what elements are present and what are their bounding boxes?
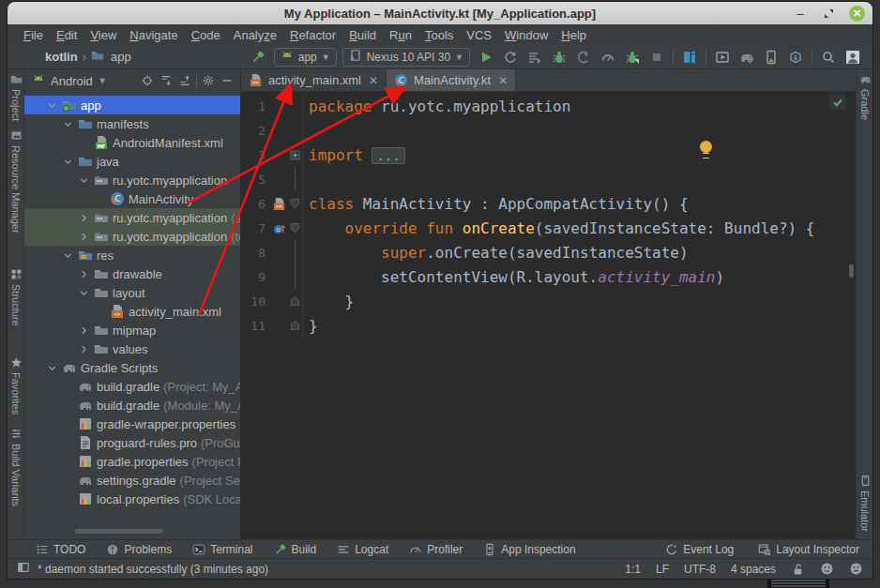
tree-item-androidmanifest-xml[interactable]: MFAndroidManifest.xml xyxy=(24,133,240,152)
toolwindow-logcat[interactable]: Logcat xyxy=(337,543,388,556)
tree-item-gradle-properties[interactable]: gradle.properties(Project Pr xyxy=(24,452,240,471)
minimize-button[interactable]: – xyxy=(793,6,808,21)
build-button[interactable] xyxy=(248,47,268,68)
stop-button[interactable] xyxy=(646,47,667,68)
tool-strip-gradle[interactable]: Gradle xyxy=(857,73,873,120)
toolwindow-terminal[interactable]: Terminal xyxy=(192,543,252,556)
debug-button[interactable] xyxy=(549,47,569,68)
code-line-9[interactable]: 9 setContentView(R.layout.activity_main) xyxy=(241,264,856,289)
rerun-button[interactable] xyxy=(500,47,521,68)
editor-scrollbar[interactable] xyxy=(849,264,854,278)
status-encoding[interactable]: UTF-8 xyxy=(684,563,716,576)
tool-strip-emulator[interactable]: Emulator xyxy=(857,475,873,532)
chevron-right-icon[interactable] xyxy=(78,268,90,280)
close-button[interactable]: ✕ xyxy=(849,6,865,22)
override-method-gutter-icon[interactable]: o xyxy=(269,221,288,235)
menu-file[interactable]: File xyxy=(17,28,50,42)
run-button[interactable] xyxy=(476,47,496,68)
tree-item-activity-main-xml[interactable]: <>activity_main.xml xyxy=(24,302,240,321)
tool-strip-favorites[interactable]: Favorites xyxy=(8,356,24,415)
tree-item-values[interactable]: values xyxy=(24,339,240,358)
attach-debugger-button[interactable] xyxy=(622,47,643,68)
fold-marker[interactable] xyxy=(288,143,303,167)
tree-item-gradle-scripts[interactable]: Gradle Scripts xyxy=(24,358,240,377)
tree-item-res[interactable]: res xyxy=(24,246,240,264)
tool-strip-build-variants[interactable]: Build Variants xyxy=(8,428,24,506)
apply-profile-button[interactable] xyxy=(573,47,594,68)
restore-button[interactable] xyxy=(821,6,836,21)
chevron-down-icon[interactable] xyxy=(62,249,74,262)
search-button[interactable] xyxy=(818,47,839,68)
menu-tools[interactable]: Tools xyxy=(418,28,460,42)
expand-all-button[interactable] xyxy=(157,71,175,90)
code-line-11[interactable]: 11} xyxy=(241,313,856,338)
title-bar[interactable]: My Application – MainActivity.kt [My_App… xyxy=(8,2,872,24)
tree-item-ru-yotc-myapplication[interactable]: ru.yotc.myapplication(tes xyxy=(24,227,240,246)
collapse-all-button[interactable] xyxy=(175,71,194,90)
device-select[interactable]: Nexus 10 API 30 ▼ xyxy=(342,48,470,67)
tree-item-ru-yotc-myapplication[interactable]: ru.yotc.myapplication xyxy=(24,171,240,189)
tool-window-toggle-icon[interactable] xyxy=(17,561,30,577)
chevron-down-icon[interactable] xyxy=(78,287,90,299)
status-message[interactable]: * daemon started successfully (3 minutes… xyxy=(38,563,268,576)
menu-edit[interactable]: Edit xyxy=(50,28,83,42)
chevron-down-icon[interactable] xyxy=(46,99,58,112)
chevron-down-icon[interactable] xyxy=(46,362,58,374)
menu-build[interactable]: Build xyxy=(342,28,383,42)
toolwindow-profiler[interactable]: Profiler xyxy=(409,543,463,556)
close-icon[interactable]: ✕ xyxy=(498,74,508,87)
tab-mainactivity-kt[interactable]: CMainActivity.kt✕ xyxy=(387,69,516,91)
settings-button[interactable] xyxy=(199,71,218,90)
breadcrumb-module[interactable]: app xyxy=(111,50,131,64)
code-line-1[interactable]: 1package ru.yotc.myapplication xyxy=(241,94,856,118)
toolwindow-todo[interactable]: TODO xyxy=(36,543,85,556)
menu-code[interactable]: Code xyxy=(185,28,227,42)
code-line-6[interactable]: 6<>class MainActivity : AppCompatActivit… xyxy=(241,191,856,216)
fold-marker[interactable] xyxy=(288,289,303,313)
device-manager-button[interactable] xyxy=(679,47,700,68)
tree-item-local-properties[interactable]: local.properties(SDK Locatio xyxy=(24,490,240,508)
tree-item-ru-yotc-myapplication[interactable]: ru.yotc.myapplication(an xyxy=(24,208,240,227)
tool-strip-resource-manager[interactable]: Resource Manager xyxy=(8,129,24,234)
tree-item-proguard-rules-pro[interactable]: proguard-rules.pro(ProGuar xyxy=(24,433,240,452)
tree-item-layout[interactable]: layout xyxy=(24,283,240,302)
code-line-7[interactable]: 7o override fun onCreate(savedInstanceSt… xyxy=(241,216,856,240)
tree-item-gradle-wrapper-properties[interactable]: gradle-wrapper.properties(G xyxy=(24,415,240,433)
menu-refactor[interactable]: Refactor xyxy=(283,28,342,42)
tree-item-drawable[interactable]: drawable xyxy=(24,264,240,283)
unlock-button[interactable] xyxy=(791,562,805,576)
menu-run[interactable]: Run xyxy=(383,28,418,42)
chevron-right-icon[interactable] xyxy=(78,343,90,355)
code-line-5[interactable]: 5 xyxy=(241,167,856,191)
tab-activity-main-xml[interactable]: <>activity_main.xml✕ xyxy=(241,69,387,91)
tree-item-mipmap[interactable]: mipmap xyxy=(24,321,240,339)
run-configuration-select[interactable]: app ▼ xyxy=(274,48,337,67)
chevron-down-icon[interactable] xyxy=(78,174,90,187)
tree-item-mainactivity[interactable]: CMainActivity xyxy=(24,189,240,208)
status-indent[interactable]: 4 spaces xyxy=(731,563,776,576)
menu-window[interactable]: Window xyxy=(498,28,554,42)
toolwindow-layout-inspector[interactable]: Layout Inspector xyxy=(758,543,859,556)
toolwindow-problems[interactable]: Problems xyxy=(106,543,172,556)
project-view-selector[interactable]: Android xyxy=(51,74,93,88)
tree-item-build-gradle[interactable]: build.gradle(Module: My_Ap xyxy=(24,396,240,415)
code-line-2[interactable]: 2 xyxy=(241,118,856,143)
locate-button[interactable] xyxy=(138,71,157,90)
apply-changes-button[interactable] xyxy=(524,47,545,68)
code-line-10[interactable]: 10 } xyxy=(241,289,856,313)
menu-vcs[interactable]: VCS xyxy=(460,28,498,42)
hide-button[interactable] xyxy=(218,71,236,90)
toolbox-icon[interactable] xyxy=(17,561,30,574)
folded-imports[interactable]: ... xyxy=(372,147,404,164)
tree-item-settings-gradle[interactable]: settings.gradle(Project Setti xyxy=(24,471,240,490)
fold-marker[interactable] xyxy=(288,216,303,240)
intention-bulb-icon[interactable] xyxy=(700,141,712,153)
code-line-8[interactable]: 8 super.onCreate(savedInstanceState) xyxy=(241,240,856,264)
avd-button[interactable] xyxy=(712,47,733,68)
sdk-manager-button[interactable] xyxy=(785,47,806,68)
tree-item-java[interactable]: java xyxy=(24,152,240,171)
toolwindow-event-log[interactable]: Event Log xyxy=(665,543,734,556)
sync-gradle-button[interactable] xyxy=(736,47,757,68)
tree-item-build-gradle[interactable]: build.gradle(Project: My_Ap xyxy=(24,377,240,396)
menu-view[interactable]: View xyxy=(83,28,123,42)
